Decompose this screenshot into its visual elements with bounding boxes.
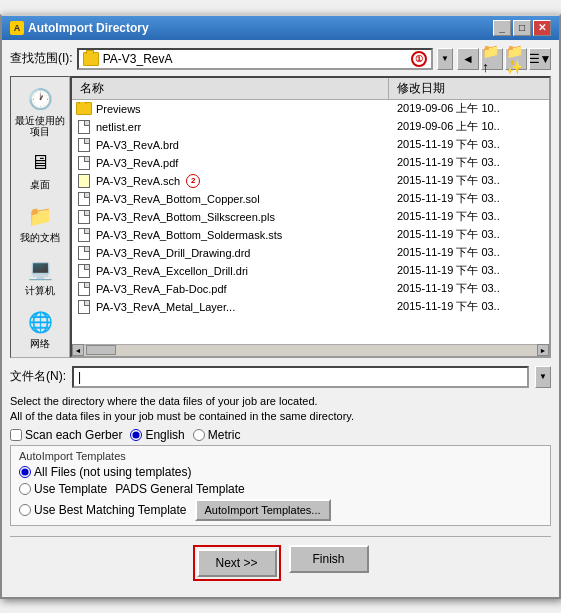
path-combo[interactable]: PA-V3_RevA ① bbox=[77, 48, 433, 70]
table-row[interactable]: PA-V3_RevA_Excellon_Drill.dri 2015-11-19… bbox=[72, 262, 549, 280]
window-body: 查找范围(I): PA-V3_RevA ① ▼ ◄ 📁↑ 📁✨ ☰▼ 🕐 最近使… bbox=[2, 40, 559, 598]
table-row[interactable]: Previews 2019-09-06 上午 10.. bbox=[72, 100, 549, 118]
file-name-cell: PA-V3_RevA.brd bbox=[72, 138, 389, 152]
doc-icon bbox=[76, 282, 92, 296]
path-text: PA-V3_RevA bbox=[103, 52, 403, 66]
table-row[interactable]: PA-V3_RevA_Bottom_Silkscreen.pls 2015-11… bbox=[72, 208, 549, 226]
template-name: PADS General Template bbox=[115, 482, 245, 496]
path-combo-arrow[interactable]: ▼ bbox=[437, 48, 453, 70]
table-row[interactable]: PA-V3_RevA_Drill_Drawing.drd 2015-11-19 … bbox=[72, 244, 549, 262]
metric-radio-label[interactable]: Metric bbox=[193, 428, 241, 442]
filename-input[interactable] bbox=[72, 366, 529, 388]
col-date-header[interactable]: 修改日期 bbox=[389, 78, 549, 99]
english-label: English bbox=[145, 428, 184, 442]
use-template-label: Use Template bbox=[34, 482, 107, 496]
file-date-cell: 2015-11-19 下午 03.. bbox=[389, 209, 549, 224]
file-header: 名称 修改日期 bbox=[72, 78, 549, 100]
minimize-button[interactable]: _ bbox=[493, 20, 511, 36]
all-files-radio-label[interactable]: All Files (not using templates) bbox=[19, 465, 191, 479]
folder-icon bbox=[76, 102, 92, 116]
scroll-right-arrow[interactable]: ► bbox=[537, 344, 549, 356]
doc-icon bbox=[76, 246, 92, 260]
close-button[interactable]: ✕ bbox=[533, 20, 551, 36]
scroll-left-arrow[interactable]: ◄ bbox=[72, 344, 84, 356]
autoimport-title: AutoImport Templates bbox=[19, 450, 542, 462]
maximize-button[interactable]: □ bbox=[513, 20, 531, 36]
all-files-row: All Files (not using templates) bbox=[19, 465, 542, 479]
new-folder-button[interactable]: 📁✨ bbox=[505, 48, 527, 70]
best-match-label: Use Best Matching Template bbox=[34, 503, 187, 517]
use-template-row: Use Template PADS General Template bbox=[19, 482, 542, 496]
file-date-cell: 2015-11-19 下午 03.. bbox=[389, 137, 549, 152]
file-name-cell: PA-V3_RevA_Metal_Layer... bbox=[72, 300, 389, 314]
next-btn-wrapper: Next >> bbox=[193, 545, 281, 581]
doc-icon bbox=[76, 264, 92, 278]
views-button[interactable]: ☰▼ bbox=[529, 48, 551, 70]
autoimport-templates-button[interactable]: AutoImport Templates... bbox=[195, 499, 331, 521]
metric-radio[interactable] bbox=[193, 429, 205, 441]
sidebar-item-computer[interactable]: 💻 计算机 bbox=[13, 251, 67, 300]
next-button[interactable]: Next >> bbox=[197, 549, 277, 577]
scan-checkbox[interactable] bbox=[10, 429, 22, 441]
table-row[interactable]: PA-V3_RevA_Bottom_Soldermask.sts 2015-11… bbox=[72, 226, 549, 244]
finish-button[interactable]: Finish bbox=[289, 545, 369, 573]
all-files-radio[interactable] bbox=[19, 466, 31, 478]
autoimport-dialog: A AutoImport Directory _ □ ✕ 查找范围(I): PA… bbox=[0, 14, 561, 600]
table-row[interactable]: PA-V3_RevA_Metal_Layer... 2015-11-19 下午 … bbox=[72, 298, 549, 316]
file-date-cell: 2015-11-19 下午 03.. bbox=[389, 245, 549, 260]
file-list[interactable]: Previews 2019-09-06 上午 10.. netlist.err … bbox=[72, 100, 549, 344]
use-template-radio[interactable] bbox=[19, 483, 31, 495]
main-area: 🕐 最近使用的项目 🖥 桌面 📁 我的文档 💻 计算机 🌐 网络 bbox=[10, 76, 551, 358]
table-row[interactable]: PA-V3_RevA_Bottom_Copper.sol 2015-11-19 … bbox=[72, 190, 549, 208]
up-folder-button[interactable]: 📁↑ bbox=[481, 48, 503, 70]
table-row[interactable]: PA-V3_RevA.pdf 2015-11-19 下午 03.. bbox=[72, 154, 549, 172]
path-folder-icon bbox=[83, 52, 99, 66]
doc-icon bbox=[76, 138, 92, 152]
col-name-header[interactable]: 名称 bbox=[72, 78, 389, 99]
file-date-cell: 2015-11-19 下午 03.. bbox=[389, 191, 549, 206]
instructions: Select the directory where the data file… bbox=[10, 394, 551, 425]
scroll-thumb[interactable] bbox=[86, 345, 116, 355]
title-bar-left: A AutoImport Directory bbox=[10, 21, 149, 35]
use-template-radio-label[interactable]: Use Template bbox=[19, 482, 107, 496]
file-name-cell: netlist.err bbox=[72, 120, 389, 134]
table-row[interactable]: PA-V3_RevA.brd 2015-11-19 下午 03.. bbox=[72, 136, 549, 154]
sidebar-item-recent[interactable]: 🕐 最近使用的项目 bbox=[13, 81, 67, 141]
best-match-row: Use Best Matching Template AutoImport Te… bbox=[19, 499, 542, 521]
nav-buttons: ◄ 📁↑ 📁✨ ☰▼ bbox=[457, 48, 551, 70]
doc-icon bbox=[76, 300, 92, 314]
file-name-cell: PA-V3_RevA_Fab-Doc.pdf bbox=[72, 282, 389, 296]
best-match-radio[interactable] bbox=[19, 504, 31, 516]
english-radio[interactable] bbox=[130, 429, 142, 441]
sidebar-item-documents[interactable]: 📁 我的文档 bbox=[13, 198, 67, 247]
english-radio-label[interactable]: English bbox=[130, 428, 184, 442]
best-match-radio-label[interactable]: Use Best Matching Template bbox=[19, 503, 187, 517]
file-name-cell: PA-V3_RevA_Drill_Drawing.drd bbox=[72, 246, 389, 260]
table-row[interactable]: PA-V3_RevA_Fab-Doc.pdf 2015-11-19 下午 03.… bbox=[72, 280, 549, 298]
doc-icon bbox=[76, 120, 92, 134]
options-section: Scan each Gerber English Metric AutoImpo… bbox=[10, 428, 551, 526]
scan-checkbox-label[interactable]: Scan each Gerber bbox=[10, 428, 122, 442]
sidebar-item-desktop[interactable]: 🖥 桌面 bbox=[13, 145, 67, 194]
file-name-cell: PA-V3_RevA_Bottom_Copper.sol bbox=[72, 192, 389, 206]
file-date-cell: 2019-09-06 上午 10.. bbox=[389, 119, 549, 134]
file-name-cell: PA-V3_RevA_Excellon_Drill.dri bbox=[72, 264, 389, 278]
file-date-cell: 2015-11-19 下午 03.. bbox=[389, 155, 549, 170]
table-row[interactable]: PA-V3_RevA.sch 2 2015-11-19 下午 03.. bbox=[72, 172, 549, 190]
horizontal-scrollbar[interactable]: ◄ ► bbox=[72, 344, 549, 356]
title-bar: A AutoImport Directory _ □ ✕ bbox=[2, 16, 559, 40]
desktop-icon: 🖥 bbox=[24, 149, 56, 177]
file-date-cell: 2019-09-06 上午 10.. bbox=[389, 101, 549, 116]
toolbar-row: 查找范围(I): PA-V3_RevA ① ▼ ◄ 📁↑ 📁✨ ☰▼ bbox=[10, 48, 551, 70]
recent-icon: 🕐 bbox=[24, 85, 56, 113]
sidebar-item-network[interactable]: 🌐 网络 bbox=[13, 304, 67, 353]
metric-label: Metric bbox=[208, 428, 241, 442]
instruction-line1: Select the directory where the data file… bbox=[10, 394, 551, 409]
file-date-cell: 2015-11-19 下午 03.. bbox=[389, 299, 549, 314]
title-controls: _ □ ✕ bbox=[493, 20, 551, 36]
table-row[interactable]: netlist.err 2019-09-06 上午 10.. bbox=[72, 118, 549, 136]
template-options: AutoImport Templates All Files (not usin… bbox=[10, 445, 551, 526]
back-button[interactable]: ◄ bbox=[457, 48, 479, 70]
sidebar: 🕐 最近使用的项目 🖥 桌面 📁 我的文档 💻 计算机 🌐 网络 bbox=[10, 76, 70, 358]
filename-combo-arrow[interactable]: ▼ bbox=[535, 366, 551, 388]
